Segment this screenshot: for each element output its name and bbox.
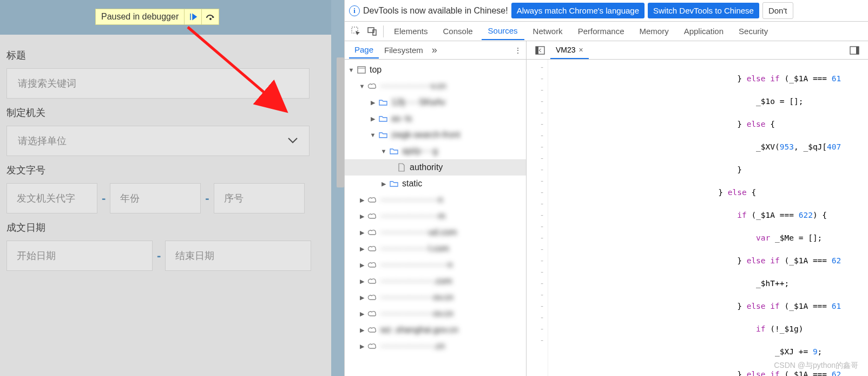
code-body[interactable]: ------------------------- } else if (_$1… [527, 60, 868, 376]
device-mode-icon[interactable] [365, 24, 379, 38]
dash-separator: - [205, 191, 209, 205]
tab-elements[interactable]: Elements [387, 23, 435, 40]
dash-separator: - [102, 191, 106, 205]
folder-icon [377, 131, 389, 139]
gutter: ------------------------- [527, 60, 548, 376]
folder-icon [388, 147, 400, 155]
tree-domain[interactable]: ▶wz·.shanghai.gov.cn [345, 322, 526, 338]
svg-rect-8 [536, 47, 538, 54]
cloud-icon [366, 277, 378, 285]
info-bar: i DevTools is now available in Chinese! … [345, 0, 868, 22]
info-icon: i [349, 5, 360, 16]
tab-security[interactable]: Security [732, 23, 774, 40]
tab-sources[interactable]: Sources [482, 22, 524, 40]
label-docnum: 发文字号 [6, 164, 338, 177]
debugger-text: Paused in debugger [96, 12, 184, 22]
chevron-down-icon [287, 135, 298, 147]
form-area: 标题 请搜索关键词 制定机关 请选择单位 发文字号 发文机关代字 - 年份 - … [0, 35, 344, 277]
nav-more-icon[interactable]: » [432, 44, 437, 56]
toggle-navigator-icon[interactable] [530, 41, 550, 59]
cloud-icon [366, 212, 378, 220]
nav-menu-icon[interactable]: ⋮ [514, 46, 522, 55]
tab-console[interactable]: Console [437, 23, 479, 40]
navigator-panel: Page Filesystem » ⋮ ▼top ▼··············… [345, 41, 527, 376]
tab-network[interactable]: Network [527, 23, 569, 40]
tab-memory[interactable]: Memory [633, 23, 675, 40]
close-icon[interactable]: × [579, 46, 583, 54]
step-over-button[interactable] [201, 9, 219, 24]
tree-folder[interactable]: ▶static [345, 176, 526, 192]
step-over-icon [206, 12, 215, 21]
cloud-icon [366, 245, 378, 252]
code-lines: } else if (_$1A === 61 _$1o = []; } else… [548, 60, 868, 376]
folder-icon [377, 115, 389, 122]
tree-folder[interactable]: ▼api/p·····g [345, 143, 526, 159]
cloud-icon [366, 326, 378, 334]
label-agency: 制定机关 [6, 106, 338, 119]
tree-domain[interactable]: ▶····················ud.com [345, 224, 526, 241]
tree-folder[interactable]: ▼zwgk-search-front [345, 127, 526, 143]
tree-domain[interactable]: ▶······················ov.cn [345, 306, 526, 322]
code-panel: VM23× ------------------------- } else i… [527, 41, 868, 376]
tab-application[interactable]: Application [678, 23, 730, 40]
inspect-icon[interactable] [349, 24, 363, 38]
tree-domain[interactable]: ▶······················.com [345, 273, 526, 289]
navigator-tabs: Page Filesystem » ⋮ [345, 41, 526, 60]
btn-match-language[interactable]: Always match Chrome's language [511, 3, 645, 18]
svg-rect-10 [856, 47, 859, 54]
tree-domain[interactable]: ▶························m [345, 208, 526, 224]
input-doc-prefix[interactable]: 发文机关代字 [6, 183, 97, 213]
webpage-panel: Paused in debugger 标题 请搜索关键词 制定机关 请选择单位 … [0, 0, 344, 376]
svg-point-0 [209, 18, 212, 20]
cloud-icon [366, 342, 378, 350]
svg-rect-5 [358, 67, 365, 73]
tree-domain[interactable]: ▶····························n [345, 257, 526, 273]
btn-switch-chinese[interactable]: Switch DevTools to Chinese [648, 3, 759, 18]
tree-folder[interactable]: ▶as··ts [345, 111, 526, 127]
debugger-badge: Paused in debugger [95, 9, 219, 25]
cloud-icon [366, 294, 378, 301]
cloud-icon [366, 196, 378, 204]
devtools-tabs: Elements Console Sources Network Perform… [345, 22, 868, 41]
file-icon [396, 163, 407, 172]
dash-separator: - [157, 249, 161, 263]
select-agency[interactable]: 请选择单位 [6, 126, 310, 156]
input-doc-serial[interactable]: 序号 [214, 183, 305, 213]
tree-domain[interactable]: ▶······················ov.cn [345, 289, 526, 306]
tree-domain[interactable]: ▼·····················v.cn [345, 78, 526, 94]
tree-domain[interactable]: ▶····················l.com [345, 241, 526, 257]
tab-performance[interactable]: Performance [571, 23, 631, 40]
cloud-icon [366, 310, 378, 317]
input-title[interactable]: 请搜索关键词 [6, 68, 310, 99]
tree-domain[interactable]: ▶······················.cn [345, 338, 526, 354]
input-date-end[interactable]: 结束日期 [165, 241, 311, 271]
watermark: CSDN @与python的鑫哥 [774, 361, 858, 371]
folder-icon [388, 180, 400, 187]
folder-icon [377, 99, 389, 106]
label-title: 标题 [6, 49, 338, 62]
info-text: DevTools is now available in Chinese! [363, 6, 508, 16]
nav-tab-page[interactable]: Page [349, 42, 379, 59]
code-tabs: VM23× [527, 41, 868, 60]
input-date-start[interactable]: 开始日期 [6, 241, 153, 271]
resume-button[interactable] [184, 9, 201, 24]
tree-file-authority[interactable]: authority [345, 159, 526, 176]
scrollbar-thumb[interactable] [337, 57, 344, 187]
tree-domain[interactable]: ▶························n [345, 192, 526, 208]
cloud-icon [366, 229, 378, 236]
devtools-panel: i DevTools is now available in Chinese! … [344, 0, 868, 376]
label-date: 成文日期 [6, 221, 338, 234]
file-tree: ▼top ▼·····················v.cn ▶12lj···… [345, 60, 526, 376]
input-doc-year[interactable]: 年份 [110, 183, 201, 213]
cloud-icon [366, 82, 378, 90]
cloud-icon [366, 261, 378, 269]
resume-icon [189, 12, 198, 21]
code-tab-vm23[interactable]: VM23× [550, 41, 589, 59]
tree-top[interactable]: ▼top [345, 62, 526, 78]
frame-icon [356, 66, 367, 74]
tree-folder[interactable]: ▶12lj······SKeAv [345, 94, 526, 111]
btn-dont[interactable]: Don't [762, 2, 793, 19]
toggle-sidebar-icon[interactable] [844, 41, 865, 59]
nav-tab-filesystem[interactable]: Filesystem [379, 42, 429, 58]
